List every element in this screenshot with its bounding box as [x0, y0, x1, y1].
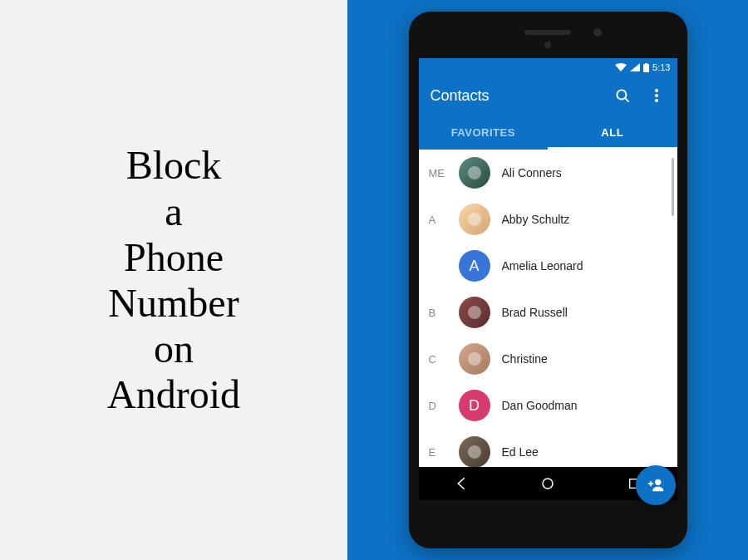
contact-row[interactable]: DDDan Goodman [419, 382, 677, 429]
avatar-letter: D [459, 390, 490, 421]
svg-rect-9 [650, 481, 652, 486]
headline-text: Block a Phone Number on Android [107, 142, 240, 417]
headline-line: Number [107, 280, 240, 326]
wifi-icon [615, 63, 627, 71]
svg-point-4 [655, 89, 658, 92]
avatar-photo [459, 343, 490, 375]
app-bar: Contacts [419, 76, 677, 115]
app-title: Contacts [431, 87, 599, 105]
avatar-letter: A [459, 250, 490, 282]
section-label: B [429, 307, 459, 319]
contact-name: Ed Lee [502, 445, 539, 459]
right-panel: 5:13 Contacts FAVORITES ALL [347, 0, 748, 560]
status-time: 5:13 [652, 62, 670, 72]
svg-rect-1 [645, 63, 647, 65]
contacts-list[interactable]: MEAli ConnersAAbby SchultzAAmelia Leonar… [419, 150, 677, 467]
svg-rect-0 [643, 64, 649, 72]
section-label: A [429, 214, 459, 226]
tabs: FAVORITES ALL [419, 115, 677, 150]
contact-row[interactable]: AAmelia Leonard [419, 243, 677, 289]
contact-row[interactable]: MEAli Conners [419, 150, 677, 196]
svg-point-5 [655, 94, 658, 97]
add-contact-fab[interactable] [636, 465, 676, 500]
phone-screen: 5:13 Contacts FAVORITES ALL [419, 58, 677, 500]
svg-point-7 [655, 479, 661, 485]
phone-sensor [544, 42, 551, 48]
contact-row[interactable]: CChristine [419, 336, 677, 382]
contact-row[interactable]: AAbby Schultz [419, 196, 677, 243]
contact-name: Amelia Leonard [502, 259, 583, 273]
contact-row[interactable]: BBrad Russell [419, 289, 677, 336]
section-label: E [429, 446, 459, 459]
nav-home-icon[interactable] [539, 474, 557, 493]
contact-name: Christine [502, 352, 548, 366]
search-icon[interactable] [614, 86, 632, 105]
tab-favorites-label: FAVORITES [451, 126, 515, 139]
section-label: ME [429, 167, 459, 179]
svg-line-3 [625, 97, 629, 101]
avatar-photo [459, 297, 490, 328]
headline-line: Block [107, 142, 240, 188]
svg-point-2 [617, 90, 626, 99]
scroll-indicator[interactable] [672, 158, 674, 216]
contact-name: Brad Russell [502, 306, 568, 319]
tab-favorites[interactable]: FAVORITES [419, 115, 549, 150]
section-label: D [429, 400, 459, 412]
overflow-menu-icon[interactable] [647, 86, 666, 105]
avatar-photo [459, 157, 490, 189]
phone-camera [593, 28, 602, 37]
status-bar: 5:13 [419, 58, 677, 76]
headline-line: a [107, 189, 240, 234]
signal-icon [630, 63, 640, 71]
tab-all-label: ALL [601, 126, 623, 139]
left-panel: Block a Phone Number on Android [0, 0, 347, 560]
svg-point-6 [655, 99, 658, 102]
battery-icon [643, 63, 649, 72]
headline-line: on [107, 326, 240, 371]
avatar-photo [459, 204, 490, 235]
section-label: C [429, 353, 459, 366]
contact-name: Ali Conners [502, 166, 562, 179]
headline-line: Phone [107, 234, 240, 280]
contact-name: Abby Schultz [502, 213, 570, 226]
phone-speaker [524, 30, 571, 35]
headline-line: Android [107, 371, 240, 417]
nav-back-icon[interactable] [452, 474, 470, 493]
contact-name: Dan Goodman [502, 399, 578, 412]
contact-row[interactable]: EEd Lee [419, 429, 677, 467]
svg-point-10 [543, 479, 553, 489]
avatar-photo [459, 436, 490, 467]
tab-all[interactable]: ALL [548, 115, 677, 150]
phone-frame: 5:13 Contacts FAVORITES ALL [409, 12, 687, 548]
